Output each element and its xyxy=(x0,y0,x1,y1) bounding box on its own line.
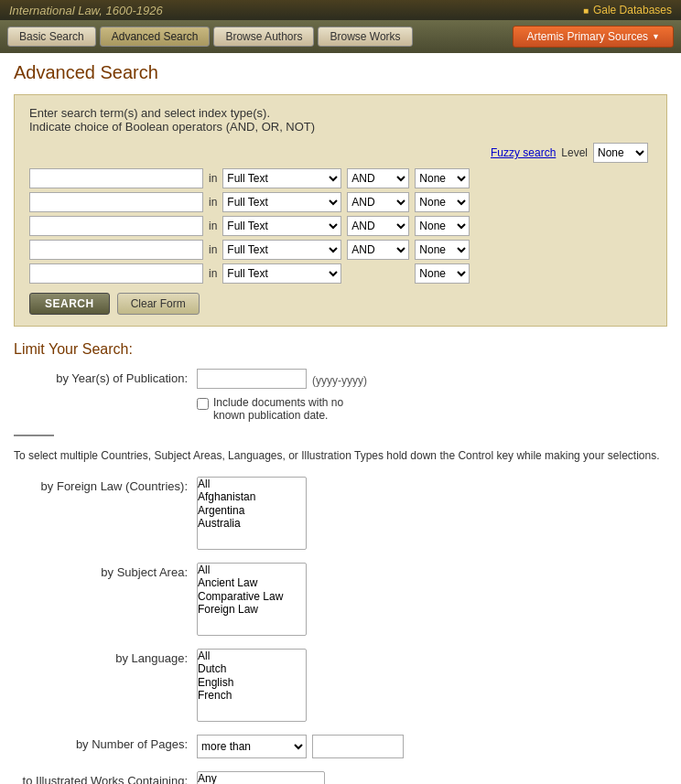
search-row-2: in Full Text Author Title Subject AND OR… xyxy=(29,192,652,212)
year-checkbox-row: Include documents with no known publicat… xyxy=(197,396,367,422)
search-row-4: in Full Text Author Title Subject AND OR… xyxy=(29,240,652,260)
illustrated-label: to Illustrated Works Containing: xyxy=(14,771,197,784)
illustrated-select[interactable]: Any Cartoon Chart Coat of Arms xyxy=(197,771,325,784)
page-title: Advanced Search xyxy=(14,62,667,83)
language-label: by Language: xyxy=(14,649,197,665)
fuzzy-row-select-1[interactable]: None 1 2 3 xyxy=(415,168,470,188)
search-input-2[interactable] xyxy=(29,192,203,212)
fuzzy-select-1[interactable]: None 1 2 3 xyxy=(593,143,648,163)
subject-select[interactable]: All Ancient Law Comparative Law Foreign … xyxy=(197,563,307,636)
subject-label: by Subject Area: xyxy=(14,563,197,579)
pages-select[interactable]: more than less than equal to xyxy=(197,735,307,758)
multi-select-instruction: To select multiple Countries, Subject Ar… xyxy=(14,447,667,464)
year-row: by Year(s) of Publication: (yyyy-yyyy) I… xyxy=(14,369,667,422)
index-select-1[interactable]: Full Text Author Title Subject xyxy=(222,168,341,188)
language-row: by Language: All Dutch English French xyxy=(14,649,667,722)
bool-select-3[interactable]: AND OR NOT xyxy=(347,216,409,236)
countries-label: by Foreign Law (Countries): xyxy=(14,477,197,493)
advanced-search-btn[interactable]: Advanced Search xyxy=(100,27,211,47)
index-select-4[interactable]: Full Text Author Title Subject xyxy=(222,240,341,260)
basic-search-btn[interactable]: Basic Search xyxy=(7,27,96,47)
page-content: Advanced Search Enter search term(s) and… xyxy=(0,53,681,784)
fuzzy-row-select-5[interactable]: None 1 2 3 xyxy=(415,263,470,284)
top-bar: International Law, 1600-1926 Gale Databa… xyxy=(0,0,681,20)
instruction-line1: Enter search term(s) and select index ty… xyxy=(29,106,652,120)
divider xyxy=(14,435,54,436)
illustrated-row: to Illustrated Works Containing: Any Car… xyxy=(14,771,667,784)
search-row-1: in Full Text Author Title Subject AND OR… xyxy=(29,168,652,188)
year-label: by Year(s) of Publication: xyxy=(14,369,197,385)
limit-title: Limit Your Search: xyxy=(14,341,667,358)
index-select-3[interactable]: Full Text Author Title Subject xyxy=(222,216,341,236)
fuzzy-row-select-3[interactable]: None 1 2 3 xyxy=(415,216,470,236)
year-checkbox[interactable] xyxy=(197,398,209,410)
pages-input[interactable] xyxy=(312,735,404,758)
clear-form-button[interactable]: Clear Form xyxy=(117,293,200,315)
in-label-1: in xyxy=(209,172,217,185)
in-label-5: in xyxy=(209,267,217,280)
fuzzy-row-select-4[interactable]: None 1 2 3 xyxy=(415,240,470,260)
search-buttons: SEARCH Clear Form xyxy=(29,293,652,315)
fuzzy-search-link[interactable]: Fuzzy search xyxy=(491,146,556,159)
pages-row: by Number of Pages: more than less than … xyxy=(14,735,667,758)
fuzzy-section: Fuzzy search Level None 1 2 3 xyxy=(29,143,652,163)
in-label-3: in xyxy=(209,220,217,232)
year-input-row: (yyyy-yyyy) xyxy=(197,369,367,389)
index-select-2[interactable]: Full Text Author Title Subject xyxy=(222,192,341,212)
search-input-5[interactable] xyxy=(29,263,203,284)
bool-select-4[interactable]: AND OR NOT xyxy=(347,240,409,260)
in-label-2: in xyxy=(209,196,217,209)
year-checkbox-label: Include documents with no known publicat… xyxy=(213,396,360,422)
search-instructions: Enter search term(s) and select index ty… xyxy=(29,106,652,134)
year-col: (yyyy-yyyy) Include documents with no kn… xyxy=(197,369,367,422)
countries-select[interactable]: All Afghanistan Argentina Australia xyxy=(197,477,307,550)
search-input-1[interactable] xyxy=(29,168,203,188)
nav-left: Basic Search Advanced Search Browse Auth… xyxy=(7,27,413,47)
search-row-5: in Full Text Author Title Subject None 1… xyxy=(29,263,652,284)
pages-label: by Number of Pages: xyxy=(14,735,197,751)
in-label-4: in xyxy=(209,243,217,256)
browse-authors-btn[interactable]: Browse Authors xyxy=(213,27,314,47)
search-input-3[interactable] xyxy=(29,216,203,236)
search-box: Enter search term(s) and select index ty… xyxy=(14,94,667,327)
language-select[interactable]: All Dutch English French xyxy=(197,649,307,722)
bool-select-1[interactable]: AND OR NOT xyxy=(347,168,409,188)
search-row-3: in Full Text Author Title Subject AND OR… xyxy=(29,216,652,236)
subject-row: by Subject Area: All Ancient Law Compara… xyxy=(14,563,667,636)
pages-controls: more than less than equal to xyxy=(197,735,404,758)
artemis-btn[interactable]: Artemis Primary Sources xyxy=(513,26,674,48)
gale-link[interactable]: Gale Databases xyxy=(583,4,672,16)
countries-row: by Foreign Law (Countries): All Afghanis… xyxy=(14,477,667,550)
fuzzy-row-select-2[interactable]: None 1 2 3 xyxy=(415,192,470,212)
nav-bar: Basic Search Advanced Search Browse Auth… xyxy=(0,20,681,53)
instruction-line2: Indicate choice of Boolean operators (AN… xyxy=(29,120,652,134)
browse-works-btn[interactable]: Browse Works xyxy=(318,27,412,47)
search-button[interactable]: SEARCH xyxy=(29,293,110,315)
year-input[interactable] xyxy=(197,369,307,389)
year-format: (yyyy-yyyy) xyxy=(312,371,367,387)
search-input-4[interactable] xyxy=(29,240,203,260)
fuzzy-level-label: Level xyxy=(561,146,588,159)
bool-select-2[interactable]: AND OR NOT xyxy=(347,192,409,212)
search-rows: in Full Text Author Title Subject AND OR… xyxy=(29,168,652,284)
index-select-5[interactable]: Full Text Author Title Subject xyxy=(222,263,341,284)
site-title: International Law, 1600-1926 xyxy=(9,4,163,17)
